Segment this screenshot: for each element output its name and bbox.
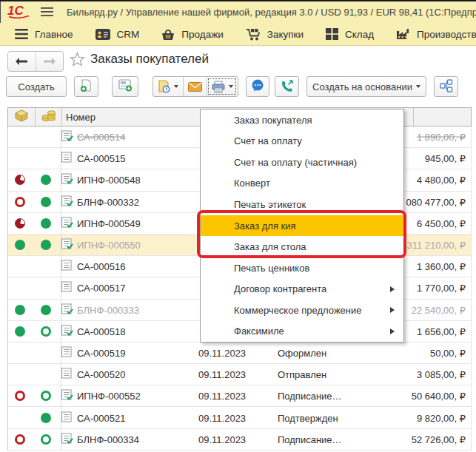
payment-status-icon	[15, 305, 25, 315]
payment-status-icon	[15, 197, 25, 207]
basket-icon	[161, 28, 175, 41]
print-menu-item[interactable]: Счет на оплату	[201, 131, 403, 152]
document-draft-icon	[61, 281, 73, 295]
history-buttons	[7, 51, 64, 72]
chevron-down-icon	[416, 85, 420, 88]
document-draft-icon	[61, 152, 73, 166]
document-posted-icon	[61, 238, 73, 252]
back-button[interactable]	[8, 52, 36, 71]
page-header-row: Заказы покупателей	[0, 46, 476, 74]
table-row[interactable]: СА-00051909.11.2023Оформлен50,00, ₽	[7, 343, 472, 364]
print-menu-item[interactable]: Заказ для кия	[201, 215, 403, 237]
order-number: ИПНФ-000550	[77, 240, 141, 251]
window-title: Бильярд.ру / Управление нашей фирмой, ре…	[67, 7, 476, 18]
favorite-star-icon[interactable]	[70, 52, 85, 70]
shipment-status-icon	[41, 326, 51, 337]
order-status: Оформлен	[278, 347, 326, 358]
order-number: СА-000515	[77, 153, 125, 164]
phone-icon	[281, 79, 294, 95]
order-amount: 1 656,00, ₽	[417, 325, 466, 337]
new-document-icon	[80, 79, 93, 95]
order-date: 09.11.2023	[198, 347, 246, 358]
order-number: БЛНФ-000333	[77, 304, 139, 315]
document-draft-icon	[61, 345, 73, 360]
print-menu-item[interactable]: Счет на оплату (частичная)	[201, 152, 403, 173]
nav-item-производство[interactable]: Производство	[396, 28, 476, 40]
order-number: СА-000514	[77, 132, 125, 143]
print-button-group	[152, 76, 238, 97]
order-amount: 52 726,00, ₽	[412, 434, 466, 445]
chevron-down-icon	[229, 85, 233, 88]
new-document-button[interactable]	[74, 76, 98, 97]
print-menu-item[interactable]: Факсимиле	[201, 320, 403, 342]
shipment-status-icon	[41, 240, 51, 250]
order-date: 09.11.2023	[198, 412, 246, 423]
payment-status-icon	[15, 434, 25, 445]
nav-item-склад[interactable]: Склад	[326, 28, 374, 40]
nav-item-продажи[interactable]: Продажи	[161, 28, 223, 41]
order-amount: 945,00, ₽	[425, 153, 466, 164]
main-menu-icon[interactable]	[41, 6, 53, 19]
shipment-status-icon	[41, 175, 51, 185]
table-row[interactable]: СА-00052109.11.2023Подтвержден9 820,00, …	[7, 407, 472, 428]
document-posted-icon	[61, 324, 73, 338]
order-number: СА-000521	[77, 412, 125, 423]
order-number: БЛНФ-000332	[77, 196, 139, 207]
mail-button[interactable]	[183, 77, 207, 96]
print-menu-item[interactable]: Конверт	[201, 173, 403, 195]
print-dropdown-menu: Заказ покупателяСчет на оплатуСчет на оп…	[200, 109, 404, 343]
shipment-status-icon	[41, 391, 51, 401]
document-posted-icon	[61, 216, 73, 230]
column-header-payment[interactable]	[8, 108, 35, 126]
document-posted-icon	[61, 432, 73, 446]
create-based-on-button[interactable]: Создать на основании	[306, 76, 426, 97]
table-right-border	[471, 127, 472, 451]
order-amount: 22 540,00, ₽	[412, 304, 466, 315]
order-number: ИПНФ-000549	[77, 217, 141, 229]
new-card-button[interactable]	[112, 76, 138, 97]
print-menu-item[interactable]: Печать этикеток	[201, 194, 403, 215]
print-menu-item[interactable]: Заказ покупателя	[201, 109, 403, 131]
phone-button[interactable]	[275, 76, 299, 97]
order-number: ИПНФ-000548	[77, 175, 141, 186]
shipment-status-icon	[41, 413, 51, 423]
cart-icon	[246, 28, 261, 41]
schedule-document-button[interactable]	[153, 77, 183, 96]
nav-item-crm[interactable]: CRM	[95, 29, 140, 40]
print-menu-item[interactable]: Договор контрагента	[201, 278, 403, 300]
column-header-money[interactable]	[36, 108, 61, 126]
document-posted-icon	[61, 195, 73, 209]
nav-item-главное[interactable]: Главное	[15, 29, 73, 40]
order-status: Подписание…	[278, 391, 342, 402]
1c-logo-icon: 1С	[7, 4, 30, 21]
document-draft-icon	[61, 260, 73, 274]
create-button[interactable]: Создать	[6, 76, 67, 97]
order-amount: 9 820,00, ₽	[417, 412, 466, 423]
factory-icon	[396, 28, 410, 40]
print-menu-item[interactable]: Коммерческое предложение	[201, 300, 403, 321]
discussion-button[interactable]	[246, 76, 269, 97]
order-amount: 50,00, ₽	[430, 347, 466, 358]
payment-status-icon	[15, 175, 25, 185]
order-amount: 50 640,00, ₽	[412, 391, 466, 402]
print-button[interactable]	[207, 77, 238, 96]
nav-item-закупки[interactable]: Закупки	[246, 28, 304, 41]
table-row[interactable]: ИПНФ-00055209.11.2023Подписание…50 640,0…	[7, 385, 472, 407]
related-documents-button[interactable]	[434, 76, 458, 97]
new-card-icon	[118, 79, 133, 94]
order-amount: 4 480,00, ₽	[417, 175, 466, 186]
document-posted-icon	[61, 173, 73, 187]
payment-status-icon	[15, 326, 25, 337]
print-menu-item[interactable]: Заказ для стола	[201, 236, 403, 257]
order-number: СА-000516	[77, 261, 125, 272]
order-number: СА-000517	[77, 283, 125, 294]
print-menu-item[interactable]: Печать ценников	[201, 257, 403, 279]
submenu-arrow-icon	[390, 328, 395, 334]
forward-button[interactable]	[36, 52, 64, 71]
table-row[interactable]: БЛНФ-00033409.11.2023Подписание…52 726,0…	[7, 429, 472, 451]
payment-status-icon	[15, 391, 25, 401]
shipment-status-icon	[41, 305, 51, 315]
order-date: 09.11.2023	[198, 434, 246, 445]
table-row[interactable]: СА-00052009.11.2023Отправлен3 085,00, ₽	[7, 364, 472, 385]
discussion-icon	[251, 79, 264, 94]
